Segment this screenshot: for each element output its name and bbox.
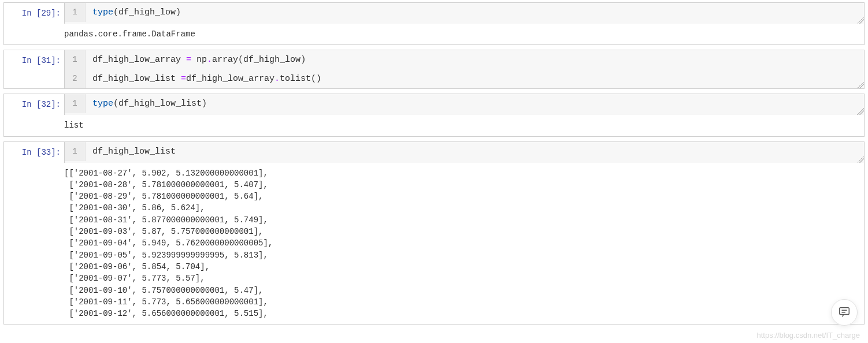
output-row: list (4, 115, 864, 136)
line-number: 1 (65, 50, 86, 69)
code-text[interactable]: type(df_high_low_list) (86, 94, 864, 113)
notebook-cell: In [32]:1type(df_high_low_list)list (3, 94, 865, 136)
output-row: pandas.core.frame.DataFrame (4, 24, 864, 44)
input-prompt: In [32]: (4, 94, 64, 115)
output-prompt (4, 163, 64, 325)
notebook-cell: In [29]:1type(df_high_low)pandas.core.fr… (3, 2, 865, 45)
notebook-cell: In [33]:1df_high_low_list[['2001-08-27',… (3, 141, 865, 325)
resize-handle-icon[interactable] (857, 17, 864, 24)
code-line[interactable]: 2df_high_low_list =df_high_low_array.tol… (65, 69, 864, 88)
output-text: list (64, 115, 864, 136)
notebook-cell: In [31]:1df_high_low_array = np.array(df… (3, 50, 865, 89)
output-text: pandas.core.frame.DataFrame (64, 24, 864, 44)
svg-rect-0 (840, 307, 850, 314)
code-text[interactable]: df_high_low_list =df_high_low_array.toli… (86, 69, 864, 88)
code-text[interactable]: df_high_low_list (86, 142, 864, 161)
code-text[interactable]: df_high_low_array = np.array(df_high_low… (86, 50, 864, 69)
output-prompt (4, 115, 64, 136)
resize-handle-icon[interactable] (857, 108, 864, 115)
code-input-area[interactable]: 1df_high_low_array = np.array(df_high_lo… (64, 50, 864, 88)
input-prompt: In [31]: (4, 50, 64, 88)
chat-icon (838, 305, 851, 320)
watermark-text: https://blog.csdn.net/IT_charge (757, 331, 860, 331)
code-input-area[interactable]: 1df_high_low_list (64, 142, 864, 163)
output-prompt (4, 24, 64, 44)
input-prompt: In [29]: (4, 3, 64, 24)
output-text: [['2001-08-27', 5.902, 5.132000000000001… (64, 163, 864, 325)
code-input-area[interactable]: 1type(df_high_low) (64, 3, 864, 24)
code-input-area[interactable]: 1type(df_high_low_list) (64, 94, 864, 115)
code-line[interactable]: 1type(df_high_low_list) (65, 94, 864, 113)
resize-handle-icon[interactable] (857, 156, 864, 163)
resize-handle-icon[interactable] (857, 81, 864, 88)
line-number: 1 (65, 142, 86, 161)
line-number: 1 (65, 3, 86, 22)
chat-bubble-button[interactable] (831, 299, 858, 326)
code-line[interactable]: 1df_high_low_array = np.array(df_high_lo… (65, 50, 864, 69)
input-prompt: In [33]: (4, 142, 64, 163)
code-text[interactable]: type(df_high_low) (86, 3, 864, 22)
output-row: [['2001-08-27', 5.902, 5.132000000000001… (4, 163, 864, 325)
code-line[interactable]: 1type(df_high_low) (65, 3, 864, 22)
line-number: 1 (65, 94, 86, 113)
code-line[interactable]: 1df_high_low_list (65, 142, 864, 161)
line-number: 2 (65, 69, 86, 88)
